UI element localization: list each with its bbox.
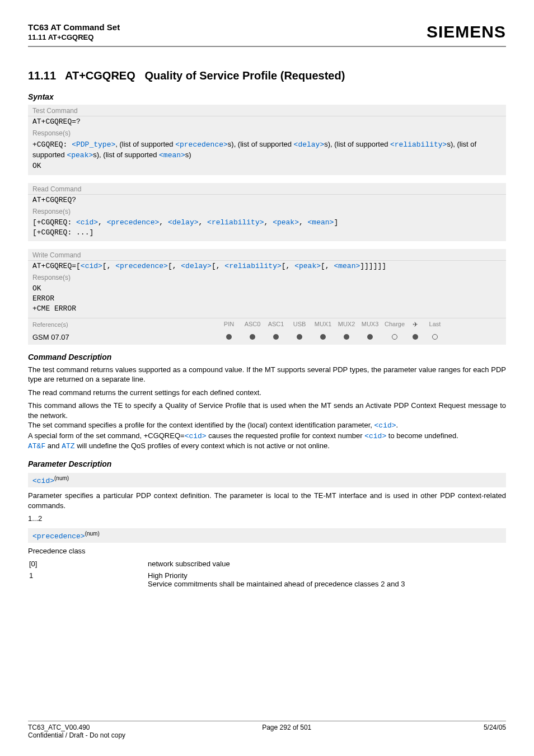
reference-value: GSM 07.07 (32, 333, 217, 341)
section-heading: 11.11 AT+CGQREQ Quality of Service Profi… (28, 69, 506, 82)
footer-right: 5/24/05 (484, 724, 506, 731)
test-command-label: Test Command (28, 105, 506, 116)
write-command-block: Write Command AT+CGQREQ=[<cid>[, <preced… (28, 249, 506, 345)
dot-usb (297, 334, 302, 340)
write-command-label: Write Command (28, 249, 506, 261)
cmd-desc-p4: The set command specifies a profile for … (28, 420, 506, 431)
cmd-desc-p6: AT&F and ATZ will undefine the QoS profi… (28, 441, 506, 452)
brand-logo: SIEMENS (427, 22, 506, 41)
col-mux2: MUX2 (335, 321, 358, 328)
col-mux1: MUX1 (311, 321, 335, 328)
page-header: TC63 AT Command Set 11.11 AT+CGQREQ SIEM… (28, 22, 506, 41)
col-last: Last (423, 321, 447, 328)
dot-airplane (413, 334, 418, 340)
reference-label: Reference(s) (32, 321, 217, 328)
param-cid-range: 1...2 (28, 514, 506, 524)
cmd-desc-p5: A special form of the set command, +CGQR… (28, 431, 506, 442)
col-asc0: ASC0 (241, 321, 264, 328)
col-usb: USB (288, 321, 311, 328)
col-pin: PIN (217, 321, 241, 328)
col-charge: Charge (382, 321, 407, 328)
syntax-heading: Syntax (28, 92, 506, 101)
doc-subtitle: 11.11 AT+CGQREQ (28, 33, 120, 41)
read-response-label: Response(s) (28, 206, 506, 217)
param-precedence-title: Precedence class (28, 546, 506, 556)
dot-mux2 (344, 334, 349, 340)
cmd-desc-p2: The read command returns the current set… (28, 388, 506, 398)
dot-charge (392, 334, 397, 340)
read-command-block: Read Command AT+CGQREQ? Response(s) [+CG… (28, 183, 506, 241)
col-asc1: ASC1 (264, 321, 288, 328)
reference-header-row: Reference(s) PIN ASC0 ASC1 USB MUX1 MUX2… (28, 318, 506, 331)
test-command-cmd: AT+CGQREQ=? (28, 116, 506, 128)
cmd-desc-p1: The test command returns values supporte… (28, 365, 506, 384)
page-footer: TC63_ATC_V00.490 Page 292 of 501 5/24/05… (28, 721, 506, 739)
write-response-label: Response(s) (28, 273, 506, 283)
write-command-cmd: AT+CGQREQ=[<cid>[, <precedence>[, <delay… (28, 261, 506, 273)
test-command-block: Test Command AT+CGQREQ=? Response(s) +CG… (28, 105, 506, 175)
table-row: 1 High Priority Service commitments shal… (29, 570, 505, 589)
cmd-desc-p3: This command allows the TE to specify a … (28, 401, 506, 420)
reference-value-row: GSM 07.07 (28, 331, 506, 345)
table-row: [0] network subscribed value (29, 558, 505, 569)
header-rule (28, 46, 506, 47)
param-precedence-box: <precedence>(num) (28, 528, 506, 543)
command-description-heading: Command Description (28, 353, 506, 361)
footer-center: Page 292 of 501 (262, 724, 311, 731)
dot-pin (226, 334, 232, 340)
write-response-body: OK ERROR +CME ERROR (28, 283, 506, 318)
doc-title: TC63 AT Command Set (28, 22, 120, 32)
col-airplane-icon: ✈ (407, 321, 423, 328)
dot-mux1 (320, 334, 326, 340)
param-cid-desc: Parameter specifies a particular PDP con… (28, 491, 506, 510)
dot-asc0 (250, 334, 255, 340)
test-response-body: +CGQREQ: <PDP_type>, (list of supported … (28, 138, 506, 175)
dot-last (432, 334, 438, 340)
col-mux3: MUX3 (358, 321, 382, 328)
param-cid-box: <cid>(num) (28, 473, 506, 487)
parameter-description-heading: Parameter Description (28, 459, 506, 468)
read-command-cmd: AT+CGQREQ? (28, 195, 506, 206)
footer-confidential: Confidential / Draft - Do not copy (28, 731, 506, 739)
footer-left: TC63_ATC_V00.490 (28, 724, 90, 731)
test-response-label: Response(s) (28, 128, 506, 138)
dot-mux3 (367, 334, 373, 340)
param-precedence-table: [0] network subscribed value 1 High Prio… (28, 557, 506, 590)
dot-asc1 (273, 334, 279, 340)
read-response-body: [+CGQREQ: <cid>, <precedence>, <delay>, … (28, 217, 506, 241)
read-command-label: Read Command (28, 183, 506, 195)
